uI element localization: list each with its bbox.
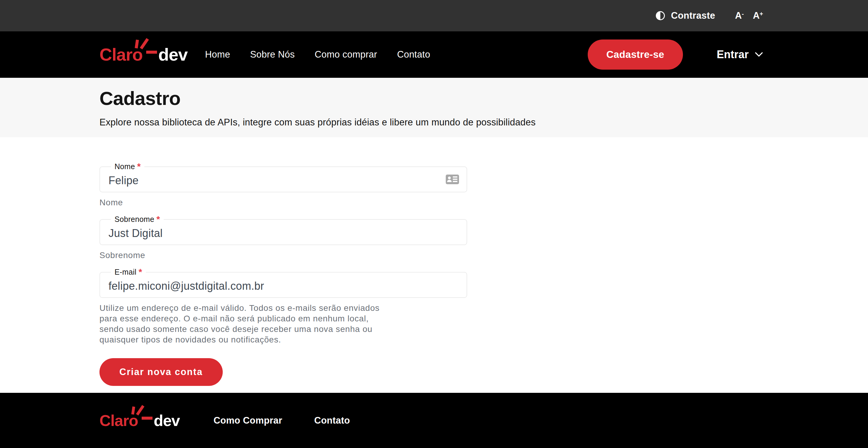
font-size-controls: A- A+ bbox=[735, 10, 763, 21]
logo-rays-icon bbox=[133, 36, 149, 50]
email-field: E-mail* bbox=[99, 272, 467, 298]
name-helper-text: Nome bbox=[99, 197, 868, 208]
nav-item-sobre-nos[interactable]: Sobre Nós bbox=[250, 49, 295, 60]
logo-dev-text: dev bbox=[158, 46, 187, 63]
registration-form: Nome* Nome Sobrenome* Sobrenome bbox=[0, 137, 868, 393]
surname-field-group: Sobrenome* Sobrenome bbox=[99, 219, 868, 261]
font-increase-button[interactable]: A+ bbox=[753, 10, 763, 21]
contrast-toggle-button[interactable]: Contraste bbox=[655, 10, 715, 21]
page-hero: Cadastro Explore nossa biblioteca de API… bbox=[0, 78, 868, 137]
email-field-group: E-mail* Utilize um endereço de e-mail vá… bbox=[99, 272, 868, 345]
login-menu-button[interactable]: Entrar bbox=[717, 48, 763, 61]
page-subtitle: Explore nossa biblioteca de APIs, integr… bbox=[99, 117, 868, 128]
page-footer: Claro dev Como Comprar Contato bbox=[0, 393, 868, 448]
logo-hyphen bbox=[146, 51, 157, 54]
email-field-label: E-mail* bbox=[111, 268, 146, 276]
name-field-group: Nome* Nome bbox=[99, 167, 868, 208]
login-label: Entrar bbox=[717, 48, 749, 61]
main-header: Claro dev Home Sobre Nós Como comprar Co… bbox=[0, 31, 868, 78]
nav-item-home[interactable]: Home bbox=[205, 49, 230, 60]
contact-card-icon[interactable] bbox=[445, 174, 459, 185]
surname-field: Sobrenome* bbox=[99, 219, 467, 245]
footer-claro-dev-logo[interactable]: Claro dev bbox=[99, 413, 180, 428]
name-field: Nome* bbox=[99, 167, 467, 192]
footer-logo-dev-text: dev bbox=[154, 413, 180, 428]
required-asterisk: * bbox=[156, 215, 160, 223]
footer-logo-rays-icon bbox=[130, 403, 145, 416]
header-actions: Cadastre-se Entrar bbox=[588, 39, 763, 70]
name-input[interactable] bbox=[100, 167, 467, 192]
footer-logo-claro-text: Claro bbox=[99, 413, 138, 428]
claro-dev-logo[interactable]: Claro dev bbox=[99, 46, 187, 63]
font-decrease-button[interactable]: A- bbox=[735, 10, 744, 21]
footer-logo-hyphen bbox=[142, 417, 153, 420]
required-asterisk: * bbox=[137, 162, 141, 170]
logo-claro-text: Claro bbox=[99, 46, 143, 63]
email-input[interactable] bbox=[100, 272, 467, 297]
name-field-label: Nome* bbox=[111, 162, 144, 171]
nav-item-contato[interactable]: Contato bbox=[397, 49, 430, 60]
footer-navigation: Como Comprar Contato bbox=[214, 415, 350, 426]
required-asterisk: * bbox=[138, 268, 142, 276]
email-helper-text: Utilize um endereço de e-mail válido. To… bbox=[99, 303, 386, 345]
main-navigation: Home Sobre Nós Como comprar Contato bbox=[205, 49, 430, 60]
nav-item-como-comprar[interactable]: Como comprar bbox=[315, 49, 377, 60]
surname-helper-text: Sobrenome bbox=[99, 250, 868, 261]
create-account-button[interactable]: Criar nova conta bbox=[99, 358, 223, 386]
signup-button[interactable]: Cadastre-se bbox=[588, 39, 683, 70]
accessibility-topbar: Contraste A- A+ bbox=[0, 0, 868, 31]
footer-link-como-comprar[interactable]: Como Comprar bbox=[214, 415, 282, 426]
page-title: Cadastro bbox=[99, 87, 868, 109]
footer-link-contato[interactable]: Contato bbox=[314, 415, 350, 426]
contrast-icon bbox=[655, 10, 665, 21]
surname-field-label: Sobrenome* bbox=[111, 215, 164, 224]
chevron-down-icon bbox=[755, 52, 763, 57]
contrast-label: Contraste bbox=[671, 10, 715, 21]
